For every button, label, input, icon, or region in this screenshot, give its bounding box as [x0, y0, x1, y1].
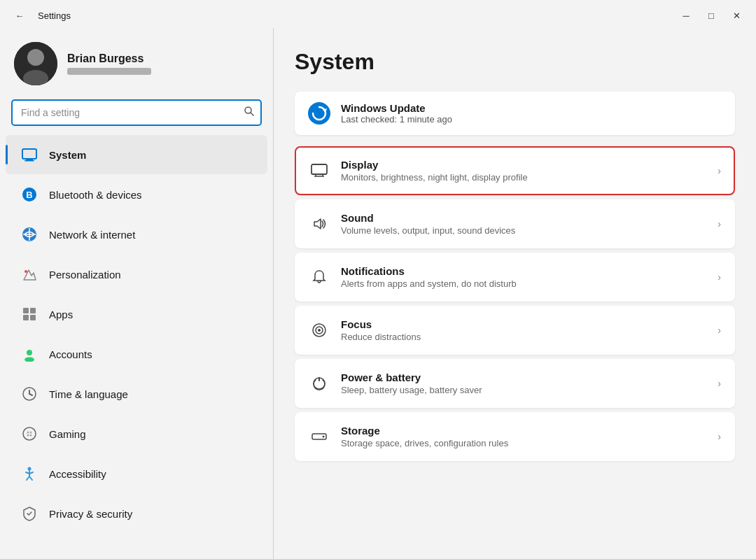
app-container: Brian Burgess: [0, 28, 756, 559]
setting-text-sound: Sound Volume levels, output, input, soun…: [341, 212, 706, 236]
sidebar-item-accounts[interactable]: Accounts: [6, 334, 267, 374]
setting-subtitle-display: Monitors, brightness, night light, displ…: [341, 172, 706, 183]
maximize-button[interactable]: □: [700, 7, 722, 24]
setting-text-focus: Focus Reduce distractions: [341, 318, 706, 342]
svg-rect-15: [30, 308, 36, 313]
setting-subtitle-storage: Storage space, drives, configuration rul…: [341, 438, 706, 448]
svg-rect-17: [30, 315, 36, 320]
user-section: Brian Burgess: [0, 28, 273, 97]
sidebar-item-bluetooth[interactable]: B Bluetooth & devices: [6, 175, 267, 214]
time-icon: [20, 384, 39, 404]
user-name: Brian Burgess: [67, 52, 151, 65]
setting-row-sound[interactable]: Sound Volume levels, output, input, soun…: [295, 199, 735, 248]
setting-row-power[interactable]: Power & battery Sleep, battery usage, ba…: [295, 359, 735, 408]
user-email-bar: [67, 68, 151, 75]
main-panel: System Windows Update Last checked: 1 mi…: [274, 28, 756, 559]
titlebar-title: Settings: [38, 10, 71, 21]
setting-subtitle-notifications: Alerts from apps and system, do not dist…: [341, 278, 706, 289]
svg-text:B: B: [26, 190, 32, 200]
svg-rect-7: [24, 160, 34, 162]
svg-point-19: [24, 358, 34, 362]
svg-point-18: [27, 350, 32, 355]
update-banner[interactable]: Windows Update Last checked: 1 minute ag…: [295, 92, 735, 135]
chevron-power: ›: [718, 378, 721, 389]
svg-rect-14: [23, 308, 29, 313]
update-text: Windows Update Last checked: 1 minute ag…: [341, 102, 452, 125]
setting-row-notifications[interactable]: Notifications Alerts from apps and syste…: [295, 253, 735, 302]
setting-row-storage[interactable]: Storage Storage space, drives, configura…: [295, 412, 735, 461]
sidebar-item-label-bluetooth: Bluetooth & devices: [49, 189, 142, 201]
search-container: [11, 99, 262, 126]
sidebar-item-gaming[interactable]: Gaming: [6, 414, 267, 453]
storage-icon: [309, 426, 330, 447]
chevron-storage: ›: [718, 431, 721, 442]
sidebar: Brian Burgess: [0, 28, 273, 559]
sidebar-item-personalization[interactable]: Personalization: [6, 255, 267, 294]
setting-title-storage: Storage: [341, 425, 706, 437]
svg-point-47: [323, 436, 325, 438]
avatar: [14, 42, 57, 85]
sidebar-item-label-system: System: [49, 149, 86, 161]
search-input[interactable]: [11, 99, 262, 126]
svg-point-27: [30, 434, 32, 437]
setting-text-power: Power & battery Sleep, battery usage, ba…: [341, 372, 706, 395]
sidebar-item-system[interactable]: System: [6, 135, 267, 174]
setting-title-display: Display: [341, 159, 706, 171]
gaming-icon: [20, 424, 39, 444]
chevron-notifications: ›: [718, 271, 721, 283]
sidebar-item-privacy[interactable]: Privacy & security: [6, 494, 267, 533]
update-icon: [307, 101, 331, 125]
svg-point-28: [28, 467, 31, 471]
setting-text-display: Display Monitors, brightness, night ligh…: [341, 159, 706, 183]
svg-point-43: [318, 329, 321, 332]
sidebar-item-apps[interactable]: Apps: [6, 295, 267, 334]
sidebar-item-network[interactable]: Network & internet: [6, 215, 267, 254]
display-icon: [309, 160, 330, 181]
titlebar: ← Settings ─ □ ✕: [0, 0, 756, 28]
svg-point-24: [27, 432, 29, 434]
setting-title-power: Power & battery: [341, 372, 706, 383]
sidebar-item-accessibility[interactable]: Accessibility: [6, 454, 267, 493]
setting-title-sound: Sound: [341, 212, 706, 224]
close-button[interactable]: ✕: [725, 7, 748, 24]
sidebar-item-label-accounts: Accounts: [49, 348, 92, 360]
setting-title-notifications: Notifications: [341, 265, 706, 277]
sidebar-item-label-time: Time & language: [49, 388, 128, 400]
apps-icon: [20, 304, 39, 324]
setting-row-display[interactable]: Display Monitors, brightness, night ligh…: [295, 146, 735, 195]
svg-point-25: [30, 432, 32, 434]
sidebar-item-label-privacy: Privacy & security: [49, 508, 132, 520]
nav-list: System B Bluetooth & devices: [0, 134, 273, 552]
svg-point-26: [27, 434, 29, 437]
chevron-display: ›: [718, 165, 721, 176]
svg-point-23: [23, 427, 36, 440]
active-indicator: [6, 145, 8, 164]
minimize-button[interactable]: ─: [675, 7, 697, 24]
back-button[interactable]: ←: [8, 7, 31, 24]
sound-icon: [309, 213, 330, 234]
sidebar-item-label-network: Network & internet: [49, 229, 135, 241]
setting-subtitle-sound: Volume levels, output, input, sound devi…: [341, 225, 706, 236]
sidebar-item-time[interactable]: Time & language: [6, 374, 267, 413]
notifications-icon: [309, 267, 330, 288]
update-title: Windows Update: [341, 102, 452, 114]
personalization-icon: [20, 264, 39, 284]
update-subtitle: Last checked: 1 minute ago: [341, 114, 452, 125]
svg-rect-16: [23, 315, 29, 320]
svg-marker-40: [314, 219, 321, 229]
privacy-icon: [20, 504, 39, 523]
setting-subtitle-focus: Reduce distractions: [341, 332, 706, 342]
sidebar-item-label-accessibility: Accessibility: [49, 468, 106, 480]
chevron-sound: ›: [718, 218, 721, 229]
accessibility-icon: [20, 464, 39, 483]
chevron-focus: ›: [718, 325, 721, 336]
svg-line-22: [29, 394, 32, 395]
focus-icon: [309, 320, 330, 341]
svg-line-33: [29, 476, 32, 480]
page-title: System: [295, 49, 735, 75]
titlebar-left: ← Settings: [8, 7, 71, 24]
bluetooth-icon: B: [20, 185, 39, 204]
accounts-icon: [20, 344, 39, 364]
setting-row-focus[interactable]: Focus Reduce distractions ›: [295, 306, 735, 355]
setting-text-notifications: Notifications Alerts from apps and syste…: [341, 265, 706, 289]
